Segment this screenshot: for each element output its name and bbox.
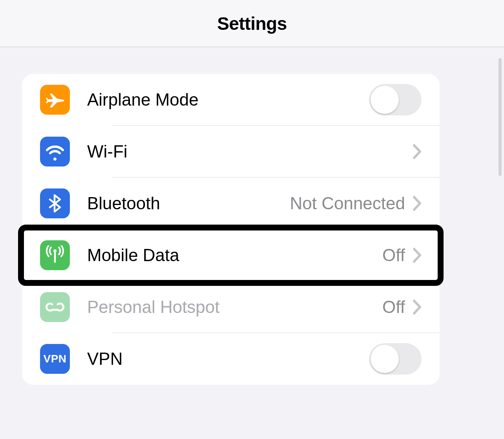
content-area: Airplane Mode Wi-Fi: [0, 47, 504, 439]
bluetooth-icon: [40, 188, 70, 218]
row-mobile-data[interactable]: Mobile Data Off: [22, 229, 440, 281]
airplane-toggle[interactable]: [369, 84, 422, 115]
vpn-label: VPN: [87, 349, 369, 369]
chevron-right-icon: [413, 144, 422, 159]
hotspot-icon: [40, 292, 70, 322]
page-title: Settings: [217, 13, 287, 34]
chevron-right-icon: [413, 248, 422, 263]
row-bluetooth[interactable]: Bluetooth Not Connected: [22, 177, 440, 229]
row-airplane-mode: Airplane Mode: [22, 74, 440, 126]
vpn-badge-text: VPN: [43, 353, 66, 365]
airplane-icon: [40, 85, 70, 115]
nav-bar: Settings: [0, 0, 504, 47]
chevron-right-icon: [413, 300, 422, 315]
mobile-data-icon: [40, 240, 70, 270]
svg-point-1: [53, 249, 57, 252]
hotspot-label: Personal Hotspot: [87, 297, 382, 317]
hotspot-detail: Off: [382, 297, 405, 317]
chevron-right-icon: [413, 196, 422, 211]
bluetooth-detail: Not Connected: [290, 194, 405, 213]
airplane-label: Airplane Mode: [87, 90, 369, 110]
vpn-toggle[interactable]: [369, 343, 422, 375]
bluetooth-label: Bluetooth: [87, 194, 290, 213]
mobile-data-label: Mobile Data: [87, 245, 382, 265]
settings-group: Airplane Mode Wi-Fi: [22, 74, 440, 385]
row-vpn: VPN VPN: [22, 333, 440, 385]
scrollbar[interactable]: [499, 58, 502, 176]
row-personal-hotspot[interactable]: Personal Hotspot Off: [22, 281, 440, 333]
mobile-data-detail: Off: [382, 245, 405, 265]
vpn-icon: VPN: [40, 344, 70, 374]
wifi-label: Wi-Fi: [87, 142, 413, 161]
row-wifi[interactable]: Wi-Fi: [22, 126, 440, 177]
wifi-icon: [40, 137, 70, 166]
